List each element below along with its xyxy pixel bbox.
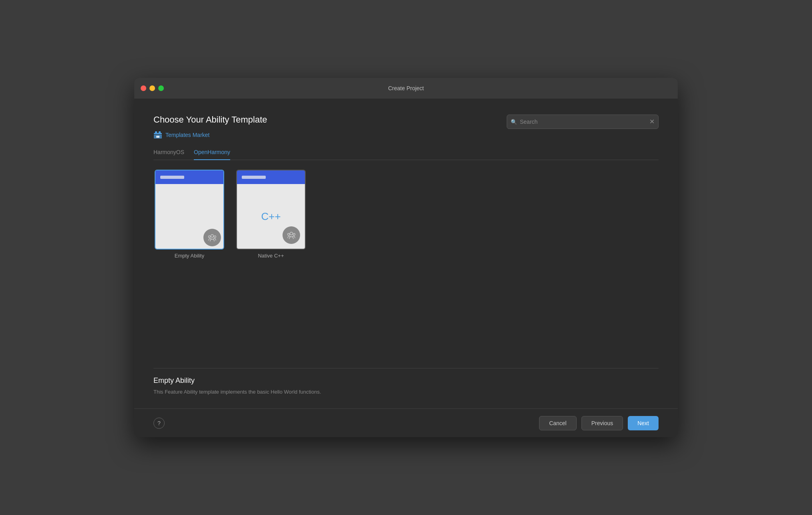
svg-point-10 xyxy=(293,234,295,236)
search-icon: 🔍 xyxy=(511,119,517,125)
thumbnail-header-cpp xyxy=(237,170,305,184)
minimize-button[interactable] xyxy=(149,85,155,91)
description-title: Empty Ability xyxy=(153,376,659,385)
svg-point-7 xyxy=(214,236,216,238)
description-section: Empty Ability This Feature Ability templ… xyxy=(153,368,659,396)
tab-openharmony[interactable]: OpenHarmony xyxy=(194,149,230,160)
template-badge-empty xyxy=(203,229,221,246)
svg-rect-4 xyxy=(156,136,159,138)
description-text: This Feature Ability template implements… xyxy=(153,388,659,396)
header-left: Choose Your Ability Template Templates M… xyxy=(153,115,267,139)
svg-point-8 xyxy=(290,232,293,235)
template-badge-cpp xyxy=(283,226,300,244)
template-card-empty-ability[interactable]: Empty Ability xyxy=(153,170,225,259)
search-clear-button[interactable]: ✕ xyxy=(649,119,655,125)
thumbnail-bar xyxy=(160,176,184,179)
title-bar: Create Project xyxy=(134,78,678,99)
create-project-window: Create Project Choose Your Ability Templ… xyxy=(134,78,678,437)
next-button[interactable]: Next xyxy=(628,416,659,430)
traffic-lights xyxy=(141,85,164,91)
template-thumbnail-cpp: C++ xyxy=(236,170,306,250)
thumbnail-bar-cpp xyxy=(242,176,266,179)
group-icon xyxy=(207,232,217,243)
cancel-button[interactable]: Cancel xyxy=(539,416,577,430)
maximize-button[interactable] xyxy=(158,85,164,91)
template-label-empty: Empty Ability xyxy=(175,253,204,259)
templates-market-link[interactable]: Templates Market xyxy=(153,131,267,139)
tab-harmonyos[interactable]: HarmonyOS xyxy=(153,149,184,160)
svg-rect-2 xyxy=(155,131,157,134)
footer-right: Cancel Previous Next xyxy=(539,416,659,430)
templates-market-label: Templates Market xyxy=(165,132,209,138)
templates-grid: Empty Ability C++ xyxy=(153,170,659,359)
footer-left: ? xyxy=(153,418,165,429)
thumbnail-body xyxy=(155,184,223,249)
template-thumbnail-empty xyxy=(155,170,224,250)
main-content: Choose Your Ability Template Templates M… xyxy=(134,99,678,408)
footer: ? Cancel Previous Next xyxy=(134,408,678,437)
window-title: Create Project xyxy=(388,85,424,91)
svg-rect-3 xyxy=(159,131,161,134)
page-title: Choose Your Ability Template xyxy=(153,115,267,125)
search-container: 🔍 ✕ xyxy=(507,115,659,129)
thumbnail-header xyxy=(155,170,223,184)
header-row: Choose Your Ability Template Templates M… xyxy=(153,115,659,139)
group-icon-cpp xyxy=(286,230,297,240)
help-button[interactable]: ? xyxy=(153,418,165,429)
svg-point-6 xyxy=(209,236,211,238)
svg-point-5 xyxy=(211,235,214,238)
previous-button[interactable]: Previous xyxy=(581,416,623,430)
template-card-native-cpp[interactable]: C++ Native C++ xyxy=(235,170,307,259)
market-icon xyxy=(153,131,162,139)
search-input[interactable] xyxy=(507,115,659,129)
svg-point-9 xyxy=(288,234,290,236)
tabs: HarmonyOS OpenHarmony xyxy=(153,149,659,160)
close-button[interactable] xyxy=(141,85,146,91)
cpp-label: C++ xyxy=(261,210,281,223)
thumbnail-body-cpp: C++ xyxy=(237,184,305,249)
template-label-cpp: Native C++ xyxy=(258,253,284,259)
